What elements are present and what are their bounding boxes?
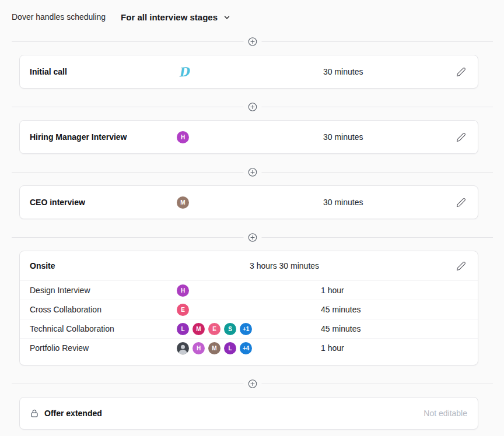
lock-icon <box>30 409 39 418</box>
not-editable-label: Not editable <box>424 409 467 418</box>
interviewer-avatars: H <box>177 284 321 297</box>
avatar: M <box>192 323 205 335</box>
plus-circle-icon <box>247 167 257 177</box>
avatar: L <box>177 323 189 335</box>
stage-card-ceo-interview: CEO interview M 30 minutes <box>19 185 478 219</box>
pencil-icon <box>456 261 466 271</box>
stage-duration: 30 minutes <box>323 198 455 207</box>
substage-title: Design Interview <box>30 286 177 295</box>
stage-filter-dropdown[interactable]: For all interview stages <box>121 12 231 22</box>
chevron-down-icon <box>223 13 231 22</box>
stage-title: Initial call <box>30 67 177 76</box>
person-icon <box>177 342 189 354</box>
add-stage-button[interactable] <box>247 167 257 177</box>
scheduling-panel: Dover handles scheduling For all intervi… <box>0 0 504 436</box>
add-stage-divider <box>12 37 493 46</box>
edit-stage-button[interactable] <box>455 66 467 78</box>
stage-card-offer-extended: Offer extended Not editable <box>19 397 478 430</box>
edit-stage-button[interactable] <box>455 131 467 143</box>
avatar: L <box>224 342 236 354</box>
avatar: M <box>208 342 220 354</box>
plus-circle-icon <box>247 37 257 47</box>
substage-title: Technical Collaboration <box>30 324 177 333</box>
add-stage-divider <box>12 379 493 388</box>
add-stage-divider <box>12 233 493 242</box>
pencil-icon <box>456 67 466 77</box>
plus-circle-icon <box>247 379 257 389</box>
avatar: H <box>177 131 189 143</box>
stage-row: CEO interview M 30 minutes <box>20 186 478 219</box>
stage-duration: 30 minutes <box>323 67 455 76</box>
avatar: M <box>177 196 189 209</box>
substage-duration: 45 minutes <box>321 324 467 333</box>
stage-title: Offer extended <box>44 409 102 418</box>
avatar-overflow-badge: +4 <box>240 342 252 354</box>
stage-card-hiring-manager-interview: Hiring Manager Interview H 30 minutes <box>19 120 478 154</box>
stage-row: Offer extended Not editable <box>20 398 478 429</box>
substage-title: Portfolio Review <box>30 343 177 353</box>
add-stage-divider <box>12 167 493 177</box>
interviewer-avatars: E <box>177 304 321 316</box>
avatar: H <box>192 342 205 354</box>
substage-duration: 1 hour <box>321 286 467 295</box>
stage-card-initial-call: Initial call D 30 minutes <box>19 55 478 89</box>
avatar: H <box>177 284 189 297</box>
stage-title: Onsite <box>30 261 250 270</box>
plus-circle-icon <box>247 233 257 242</box>
substage-row-portfolio-review: Portfolio Review H M L +4 1 hour <box>20 338 478 357</box>
add-stage-divider <box>12 102 493 111</box>
stage-row: Onsite 3 hours 30 minutes <box>20 251 478 280</box>
stage-title: CEO interview <box>30 198 177 207</box>
dover-logo-icon: D <box>178 65 190 78</box>
stage-card-onsite: Onsite 3 hours 30 minutes Design Intervi… <box>19 251 478 365</box>
avatar: E <box>177 304 189 316</box>
stage-filter-value: For all interview stages <box>121 12 218 22</box>
add-stage-button[interactable] <box>247 102 257 112</box>
header: Dover handles scheduling For all intervi… <box>0 0 504 23</box>
avatar: S <box>224 323 236 335</box>
interviewer-avatars: M <box>177 196 323 209</box>
avatar: E <box>208 323 220 335</box>
substage-duration: 45 minutes <box>321 305 467 314</box>
plus-circle-icon <box>247 102 257 112</box>
stage-title: Hiring Manager Interview <box>30 132 177 142</box>
stage-duration: 30 minutes <box>323 132 455 142</box>
stage-row: Initial call D 30 minutes <box>20 55 478 88</box>
substage-row-technical-collaboration: Technical Collaboration L M E S +1 45 mi… <box>20 319 478 338</box>
pencil-icon <box>456 132 466 142</box>
interviewer-avatars: D <box>177 66 323 78</box>
substage-title: Cross Collaboration <box>30 305 177 314</box>
interviewer-avatars: H M L +4 <box>177 342 321 354</box>
interviewer-avatars: L M E S +1 <box>177 323 321 335</box>
substage-row-cross-collaboration: Cross Collaboration E 45 minutes <box>20 300 478 319</box>
photo-avatar <box>177 342 189 354</box>
interviewer-avatars: H <box>177 131 323 143</box>
edit-stage-button[interactable] <box>455 260 467 272</box>
header-label: Dover handles scheduling <box>12 12 106 22</box>
add-stage-button[interactable] <box>247 233 257 242</box>
add-stage-button[interactable] <box>247 379 257 389</box>
substage-row-design-interview: Design Interview H 1 hour <box>20 280 478 300</box>
add-stage-button[interactable] <box>247 37 257 47</box>
pencil-icon <box>456 198 466 208</box>
stage-row: Hiring Manager Interview H 30 minutes <box>20 121 478 153</box>
substage-duration: 1 hour <box>321 343 467 353</box>
avatar-overflow-badge: +1 <box>240 323 252 335</box>
edit-stage-button[interactable] <box>455 196 467 209</box>
stage-duration: 3 hours 30 minutes <box>250 261 455 270</box>
